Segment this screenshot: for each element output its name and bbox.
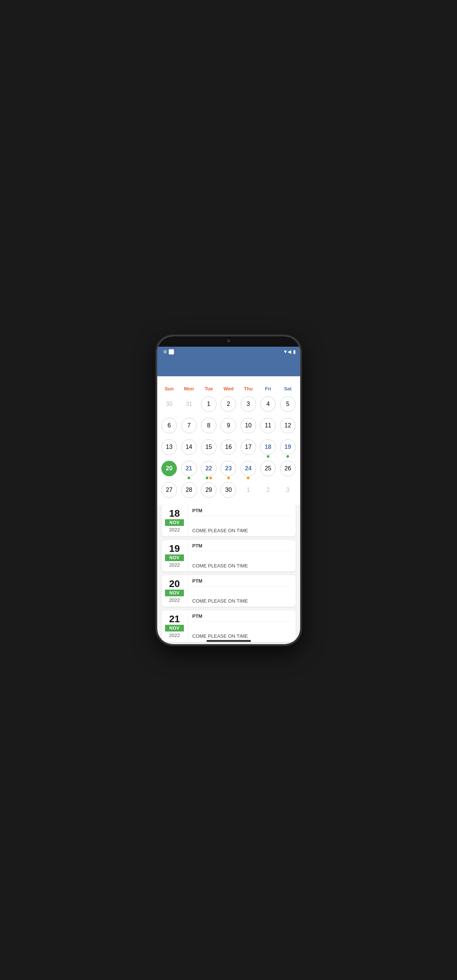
event-title: PTM — [192, 578, 291, 586]
calendar-day[interactable]: 15 — [199, 438, 218, 459]
calendar-day[interactable]: 2 — [258, 481, 278, 502]
calendar-day[interactable]: 26 — [278, 460, 298, 480]
event-day-number: 20 — [169, 579, 180, 589]
event-title: PTM — [192, 508, 291, 516]
square-icon — [169, 349, 174, 355]
calendar-day[interactable]: 6 — [159, 417, 179, 438]
calendar-day[interactable]: 19 — [278, 438, 298, 459]
event-card[interactable]: 20 NOV 2022 PTM COME PLEASE ON TIME — [162, 575, 296, 607]
calendar-section: Sun Mon Tue Wed Thu Fri Sat 303112345678… — [157, 376, 300, 505]
calendar-day[interactable]: 16 — [219, 438, 238, 459]
event-description: COME PLEASE ON TIME — [192, 528, 291, 533]
calendar-day[interactable]: 21 — [179, 460, 199, 480]
camera-icon — [227, 339, 230, 342]
orange-dot — [247, 477, 249, 479]
green-dot — [206, 477, 208, 479]
day-headers: Sun Mon Tue Wed Thu Fri Sat — [157, 383, 300, 395]
calendar-day[interactable]: 1 — [238, 481, 258, 502]
calendar-day[interactable]: 28 — [179, 481, 199, 502]
event-content: PTM COME PLEASE ON TIME — [187, 505, 296, 536]
event-date: 21 NOV 2022 — [162, 610, 187, 642]
event-content: PTM COME PLEASE ON TIME — [187, 575, 296, 607]
day-header-thu: Thu — [238, 385, 258, 393]
calendar-day[interactable]: 29 — [199, 481, 218, 502]
event-card[interactable]: 21 NOV 2022 PTM COME PLEASE ON TIME — [162, 610, 296, 642]
event-title: PTM — [192, 543, 291, 551]
calendar-day[interactable]: 27 — [159, 481, 179, 502]
event-day-number: 18 — [169, 509, 180, 518]
event-month-badge: NOV — [165, 625, 184, 632]
event-date: 19 NOV 2022 — [162, 540, 187, 571]
event-month-badge: NOV — [165, 519, 184, 526]
event-description: COME PLEASE ON TIME — [192, 563, 291, 568]
calendar-day[interactable]: 20 — [159, 460, 179, 480]
calendar-day[interactable]: 22 — [199, 460, 218, 480]
calendar-day[interactable]: 11 — [258, 417, 278, 438]
calendar-grid: 3031123456789101112131415161718192021222… — [157, 395, 300, 505]
day-header-tue: Tue — [199, 385, 218, 393]
event-year: 2022 — [169, 633, 180, 638]
calendar-day[interactable]: 5 — [278, 395, 298, 416]
event-year: 2022 — [169, 527, 180, 533]
day-header-fri: Fri — [258, 385, 278, 393]
calendar-day[interactable]: 14 — [179, 438, 199, 459]
day-header-wed: Wed — [219, 385, 238, 393]
status-left: ⚙ — [162, 349, 174, 355]
event-year: 2022 — [169, 597, 180, 603]
event-content: PTM COME PLEASE ON TIME — [187, 540, 296, 571]
green-dot — [267, 455, 270, 458]
battery-icon: ▮ — [293, 349, 296, 355]
event-content: PTM COME PLEASE ON TIME — [187, 610, 296, 642]
calendar-day[interactable]: 24 — [238, 460, 258, 480]
event-date: 20 NOV 2022 — [162, 575, 187, 607]
calendar-day[interactable]: 18 — [258, 438, 278, 459]
calendar-day[interactable]: 23 — [219, 460, 238, 480]
calendar-day[interactable]: 9 — [219, 417, 238, 438]
calendar-day[interactable]: 4 — [258, 395, 278, 416]
event-month-badge: NOV — [165, 590, 184, 596]
calendar-day[interactable]: 30 — [159, 395, 179, 416]
notch-area — [157, 336, 300, 347]
calendar-day[interactable]: 12 — [278, 417, 298, 438]
calendar-day[interactable]: 25 — [258, 460, 278, 480]
calendar-day[interactable]: 31 — [179, 395, 199, 416]
status-bar: ⚙ ▼◀ ▮ — [157, 347, 300, 357]
wifi-icon: ▼◀ — [283, 349, 292, 355]
home-indicator — [206, 640, 251, 642]
calendar-day[interactable]: 17 — [238, 438, 258, 459]
calendar-header — [157, 376, 300, 383]
event-month-badge: NOV — [165, 554, 184, 561]
app-header — [157, 357, 300, 376]
phone-frame: ⚙ ▼◀ ▮ — [157, 336, 301, 645]
event-title: PTM — [192, 613, 291, 622]
orange-dot — [227, 477, 230, 479]
day-header-sun: Sun — [159, 385, 179, 393]
calendar-day[interactable]: 7 — [179, 417, 199, 438]
calendar-day[interactable]: 3 — [238, 395, 258, 416]
calendar-day[interactable]: 13 — [159, 438, 179, 459]
calendar-day[interactable]: 2 — [219, 395, 238, 416]
status-right: ▼◀ ▮ — [283, 349, 296, 355]
orange-dot — [209, 477, 212, 479]
events-section[interactable]: 18 NOV 2022 PTM COME PLEASE ON TIME 19 N… — [157, 505, 300, 644]
green-dot — [187, 477, 190, 479]
day-header-sat: Sat — [278, 385, 298, 393]
event-year: 2022 — [169, 562, 180, 568]
event-card[interactable]: 19 NOV 2022 PTM COME PLEASE ON TIME — [162, 540, 296, 571]
calendar-day[interactable]: 3 — [278, 481, 298, 502]
event-card[interactable]: 18 NOV 2022 PTM COME PLEASE ON TIME — [162, 505, 296, 536]
phone-screen: ⚙ ▼◀ ▮ — [157, 336, 300, 644]
event-description: COME PLEASE ON TIME — [192, 633, 291, 639]
green-dot — [286, 455, 289, 458]
event-description: COME PLEASE ON TIME — [192, 598, 291, 604]
event-day-number: 21 — [169, 614, 180, 624]
calendar-day[interactable]: 8 — [199, 417, 218, 438]
calendar-day[interactable]: 30 — [219, 481, 238, 502]
calendar-day[interactable]: 1 — [199, 395, 218, 416]
gear-icon: ⚙ — [163, 349, 167, 355]
event-day-number: 19 — [169, 544, 180, 553]
event-date: 18 NOV 2022 — [162, 505, 187, 536]
day-header-mon: Mon — [179, 385, 199, 393]
calendar-day[interactable]: 10 — [238, 417, 258, 438]
